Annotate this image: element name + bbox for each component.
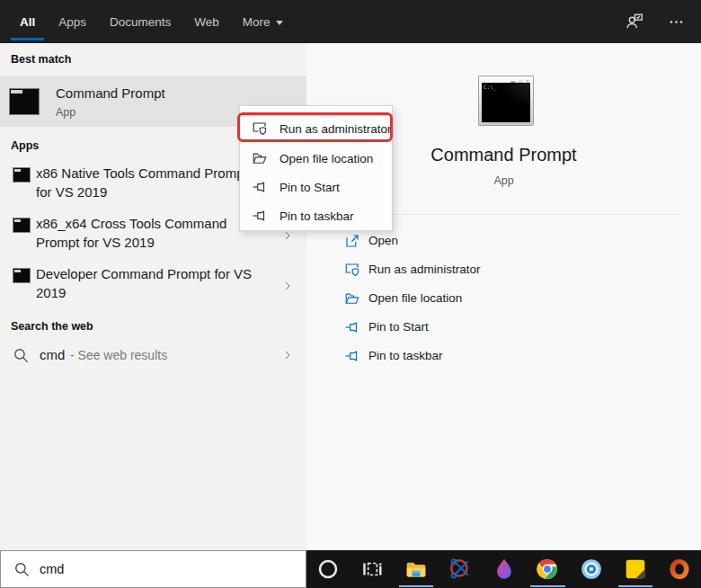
open-icon (344, 233, 360, 249)
taskbar-icon-cortana[interactable] (306, 550, 350, 588)
command-prompt-icon-large: ▬ ▭ ✕ (478, 76, 534, 126)
action-run-as-administrator[interactable]: Run as administrator (306, 255, 701, 284)
web-result[interactable]: cmd - See web results (0, 340, 306, 374)
chevron-right-icon[interactable] (282, 278, 293, 294)
tab-apps[interactable]: Apps (58, 0, 86, 43)
best-match-title: Command Prompt (56, 85, 165, 101)
taskbar-icon-office[interactable] (657, 550, 701, 588)
app-result-3[interactable]: Developer Command Prompt for VS 2019 (0, 263, 306, 310)
chevron-right-icon[interactable] (282, 347, 293, 363)
chrome-icon (536, 557, 559, 581)
tab-more[interactable]: More (243, 0, 283, 43)
taskbar-icon-chrome[interactable] (526, 550, 570, 588)
chevron-down-icon (276, 21, 283, 25)
search-web-header: Search the web (11, 320, 93, 333)
windows-search-flyout: All Apps Documents Web More Best match C… (0, 0, 701, 588)
web-suffix: - See web results (70, 348, 167, 362)
command-prompt-icon (13, 268, 31, 283)
context-menu: Run as administrator Open file location … (239, 105, 393, 231)
taskbar (306, 550, 701, 588)
tab-documents[interactable]: Documents (110, 0, 171, 43)
file-explorer-icon (404, 557, 428, 581)
taskbar-icon-file-explorer[interactable] (395, 550, 439, 588)
task-view-icon (360, 557, 384, 581)
search-input[interactable] (40, 562, 282, 576)
search-icon (13, 561, 31, 578)
action-pin-to-taskbar[interactable]: Pin to taskbar (306, 342, 701, 370)
paint-3d-icon (492, 557, 516, 581)
best-match-header: Best match (11, 53, 71, 66)
tab-all[interactable]: All (20, 0, 35, 43)
filter-tabs: All Apps Documents Web More (0, 0, 283, 43)
open-file-location-icon (344, 290, 360, 307)
pin-icon (344, 348, 360, 364)
pin-icon (344, 319, 360, 335)
web-query: cmd (40, 347, 65, 362)
action-open-file-location[interactable]: Open file location (306, 284, 701, 313)
menu-pin-to-start[interactable]: Pin to Start (240, 174, 392, 201)
ellipsis-icon[interactable] (668, 13, 685, 31)
best-match-subtitle: App (56, 106, 75, 119)
search-icon (13, 347, 30, 364)
search-filter-bar: All Apps Documents Web More (0, 0, 701, 43)
pin-icon (252, 179, 268, 195)
menu-pin-to-taskbar[interactable]: Pin to taskbar (240, 202, 392, 230)
feedback-icon[interactable] (625, 12, 644, 31)
snipping-tool-icon (448, 557, 472, 581)
command-prompt-icon (13, 167, 31, 183)
action-pin-to-start[interactable]: Pin to Start (306, 313, 701, 342)
taskbar-icon-task-view[interactable] (350, 550, 395, 588)
office-icon (668, 557, 691, 581)
open-file-location-icon (252, 150, 268, 166)
taskbar-icon-snipping-tool[interactable] (438, 550, 482, 588)
pin-icon (252, 208, 268, 224)
command-prompt-icon (13, 218, 31, 233)
cortana-icon (316, 557, 340, 581)
menu-run-as-administrator[interactable]: Run as administrator (240, 115, 392, 143)
run-as-admin-icon (344, 262, 360, 278)
apps-header: Apps (11, 139, 39, 152)
taskbar-icon-target-app[interactable] (570, 550, 614, 588)
run-as-admin-icon (252, 120, 268, 137)
command-prompt-icon (9, 88, 40, 115)
taskbar-icon-paint-3d[interactable] (482, 550, 526, 588)
taskbar-icon-sticky-notes[interactable] (614, 550, 658, 588)
target-app-icon (580, 557, 603, 581)
tab-web[interactable]: Web (194, 0, 219, 43)
menu-open-file-location[interactable]: Open file location (240, 145, 392, 173)
taskbar-search-box[interactable] (0, 550, 306, 588)
sticky-notes-icon (624, 557, 647, 581)
